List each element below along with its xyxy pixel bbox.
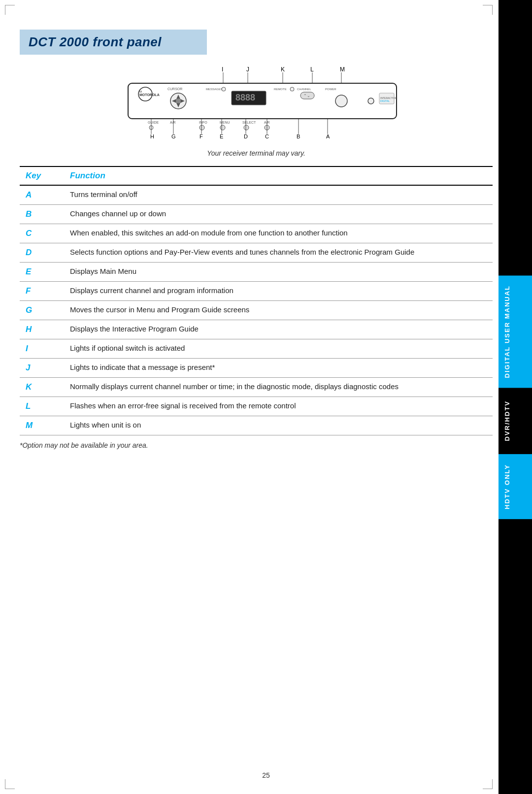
svg-text:DIGITAL: DIGITAL bbox=[380, 99, 390, 102]
table-cell-function: Lights if optional switch is activated bbox=[64, 339, 493, 359]
svg-text:L: L bbox=[310, 66, 314, 73]
svg-text:K: K bbox=[281, 66, 285, 73]
svg-point-20 bbox=[176, 99, 181, 103]
table-row: KNormally displays current channel numbe… bbox=[20, 378, 493, 397]
table-row: DSelects function options and Pay-Per-Vi… bbox=[20, 243, 493, 263]
table-cell-key: K bbox=[20, 378, 64, 397]
crop-mark-bl bbox=[5, 779, 15, 789]
table-cell-function: Flashes when an error-free signal is rec… bbox=[64, 397, 493, 416]
svg-text:INFO: INFO bbox=[199, 121, 207, 124]
page-title-bar: DCT 2000 front panel bbox=[20, 30, 207, 55]
table-cell-function: When enabled, this switches an add-on mo… bbox=[64, 224, 493, 243]
table-row: ATurns terminal on/off bbox=[20, 185, 493, 205]
table-cell-key: L bbox=[20, 397, 64, 416]
table-cell-function: Displays the Interactive Program Guide bbox=[64, 320, 493, 339]
table-row: FDisplays current channel and program in… bbox=[20, 282, 493, 301]
svg-point-44 bbox=[244, 125, 249, 130]
svg-text:GUIDE: GUIDE bbox=[148, 121, 159, 124]
table-cell-function: Lights when unit is on bbox=[64, 416, 493, 435]
table-header-function: Function bbox=[64, 166, 493, 185]
svg-text:C: C bbox=[265, 133, 269, 139]
table-cell-function: Displays Main Menu bbox=[64, 263, 493, 282]
main-content: DCT 2000 front panel I J K L M bbox=[20, 30, 493, 764]
table-cell-key: D bbox=[20, 243, 64, 263]
svg-text:A/R: A/R bbox=[170, 121, 176, 124]
table-row: LFlashes when an error-free signal is re… bbox=[20, 397, 493, 416]
crop-mark-tl bbox=[5, 5, 15, 15]
svg-text:D: D bbox=[244, 133, 248, 139]
page-number: 25 bbox=[262, 771, 270, 779]
table-cell-key: F bbox=[20, 282, 64, 301]
svg-text:MENU: MENU bbox=[220, 121, 230, 124]
table-header-row: Key Function bbox=[20, 166, 493, 185]
sidebar-tab-hdtv-only: HDTV ONLY bbox=[499, 454, 532, 519]
function-table: Key Function ATurns terminal on/offBChan… bbox=[20, 166, 493, 435]
table-cell-key: H bbox=[20, 320, 64, 339]
table-cell-function: Selects function options and Pay-Per-Vie… bbox=[64, 243, 493, 263]
device-diagram: I J K L M MOTOROLA M CURSOR bbox=[20, 65, 493, 145]
svg-text:SELECT: SELECT bbox=[242, 121, 256, 124]
page-title: DCT 2000 front panel bbox=[29, 34, 198, 50]
page-container: DIGITAL USER MANUAL DVR/HDTV HDTV ONLY D… bbox=[0, 0, 532, 794]
svg-text:8888: 8888 bbox=[235, 93, 255, 102]
svg-text:F: F bbox=[200, 133, 203, 139]
table-cell-key: B bbox=[20, 205, 64, 224]
table-cell-key: G bbox=[20, 301, 64, 320]
svg-text:MOTOROLA: MOTOROLA bbox=[139, 93, 160, 97]
device-svg: I J K L M MOTOROLA M CURSOR bbox=[99, 65, 414, 143]
table-cell-key: J bbox=[20, 359, 64, 378]
table-row: CWhen enabled, this switches an add-on m… bbox=[20, 224, 493, 243]
table-row: MLights when unit is on bbox=[20, 416, 493, 435]
footnote: *Option may not be available in your are… bbox=[20, 441, 493, 449]
svg-text:M: M bbox=[139, 90, 142, 93]
table-cell-key: C bbox=[20, 224, 64, 243]
svg-point-40 bbox=[200, 125, 204, 130]
table-row: ILights if optional switch is activated bbox=[20, 339, 493, 359]
sidebar-tab-digital-user: DIGITAL USER MANUAL bbox=[499, 275, 532, 388]
svg-point-31 bbox=[335, 95, 347, 107]
crop-mark-br bbox=[483, 779, 493, 789]
table-row: JLights to indicate that a message is pr… bbox=[20, 359, 493, 378]
svg-text:CHANNEL: CHANNEL bbox=[297, 88, 311, 91]
crop-mark-tr bbox=[483, 5, 493, 15]
svg-text:MESSAGES: MESSAGES bbox=[206, 88, 223, 91]
svg-text:M: M bbox=[340, 66, 345, 73]
svg-text:⌃⌄: ⌃⌄ bbox=[303, 94, 310, 98]
table-cell-function: Lights to indicate that a message is pre… bbox=[64, 359, 493, 378]
table-cell-function: Turns terminal on/off bbox=[64, 185, 493, 205]
svg-point-42 bbox=[220, 125, 225, 130]
svg-text:REMOTE: REMOTE bbox=[274, 88, 287, 91]
table-cell-function: Moves the cursor in Menu and Program Gui… bbox=[64, 301, 493, 320]
svg-text:POWER: POWER bbox=[325, 88, 336, 91]
svg-text:A: A bbox=[326, 133, 330, 139]
svg-text:I: I bbox=[222, 66, 223, 73]
table-cell-key: E bbox=[20, 263, 64, 282]
svg-point-32 bbox=[368, 98, 374, 104]
table-cell-function: Changes channel up or down bbox=[64, 205, 493, 224]
diagram-caption: Your receiver terminal may vary. bbox=[20, 149, 493, 157]
svg-point-22 bbox=[222, 87, 226, 91]
table-row: GMoves the cursor in Menu and Program Gu… bbox=[20, 301, 493, 320]
svg-text:J: J bbox=[246, 66, 249, 73]
table-row: EDisplays Main Menu bbox=[20, 263, 493, 282]
sidebar-tab-dvr-hdtv: DVR/HDTV bbox=[499, 391, 532, 451]
svg-text:E: E bbox=[220, 133, 223, 139]
table-row: HDisplays the Interactive Program Guide bbox=[20, 320, 493, 339]
table-header-key: Key bbox=[20, 166, 64, 185]
table-cell-key: I bbox=[20, 339, 64, 359]
table-row: BChanges channel up or down bbox=[20, 205, 493, 224]
table-cell-function: Displays current channel and program inf… bbox=[64, 282, 493, 301]
svg-text:G: G bbox=[171, 133, 176, 139]
table-cell-key: M bbox=[20, 416, 64, 435]
table-cell-key: A bbox=[20, 185, 64, 205]
svg-text:H: H bbox=[150, 133, 154, 139]
table-cell-function: Normally displays current channel number… bbox=[64, 378, 493, 397]
right-sidebar: DIGITAL USER MANUAL DVR/HDTV HDTV ONLY bbox=[499, 0, 532, 794]
svg-point-26 bbox=[290, 87, 294, 91]
svg-text:B: B bbox=[297, 133, 300, 139]
svg-text:CURSOR: CURSOR bbox=[167, 87, 182, 91]
